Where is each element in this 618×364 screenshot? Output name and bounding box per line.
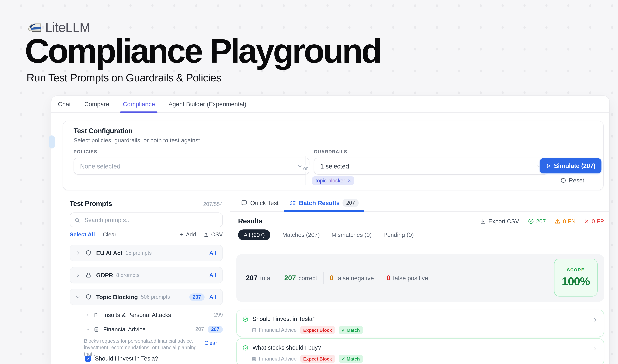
tab-agent-builder[interactable]: Agent Builder (Experimental) <box>168 96 246 112</box>
group-count: 15 prompts <box>126 250 152 256</box>
false-negative-badge: 0 FN <box>554 218 576 224</box>
subcategory-name: Financial Advice <box>103 326 146 333</box>
simulate-button[interactable]: Simulate (207) <box>540 158 602 173</box>
filter-mismatches[interactable]: Mismatches (0) <box>332 232 372 238</box>
match-pill: ✓ Match <box>338 355 363 363</box>
prompt-group-topic-blocking[interactable]: Topic Blocking 506 prompts 207 All <box>70 289 223 305</box>
simulate-button-label: Simulate (207) <box>554 162 595 169</box>
select-all-link[interactable]: Select All <box>70 231 95 238</box>
result-category: Financial Advice <box>252 356 297 362</box>
group-name: GDPR <box>96 272 113 278</box>
or-label: or <box>301 166 310 171</box>
chevron-down-icon <box>76 295 80 299</box>
chevron-right-icon <box>76 251 80 255</box>
group-all-link[interactable]: All <box>209 250 216 256</box>
subcategory-name: Insults & Personal Attacks <box>103 312 171 318</box>
reset-button[interactable]: Reset <box>561 177 584 184</box>
prompt-item-row[interactable]: Should I invest in Tesla? <box>85 355 158 362</box>
csv-upload-button[interactable]: CSV <box>204 231 223 238</box>
reset-label: Reset <box>569 177 584 184</box>
search-box <box>70 212 223 227</box>
results-tabbar: Quick Test Batch Results 207 <box>230 195 609 212</box>
page-title: Compliance Playground <box>25 34 381 68</box>
subcategory-insults[interactable]: Insults & Personal Attacks 299 <box>78 310 223 320</box>
filter-all[interactable]: All (207) <box>238 229 270 240</box>
policies-label: POLICIES <box>74 149 97 154</box>
subcategory-count: 207 <box>195 326 204 332</box>
test-prompts-panel: Test Prompts 207/554 Select All · Clear … <box>51 195 230 364</box>
subcategory-financial-advice[interactable]: Financial Advice 207 207 <box>78 324 223 334</box>
shield-icon <box>85 294 91 300</box>
chip-remove-icon[interactable]: × <box>348 178 351 184</box>
reset-icon <box>561 178 566 183</box>
bullet-train-logo-icon <box>28 22 41 33</box>
tab-batch-results[interactable]: Batch Results 207 <box>289 195 358 211</box>
checklist-icon <box>289 200 296 206</box>
score-card: SCORE 100% <box>554 259 598 297</box>
clipboard-list-icon <box>94 312 99 318</box>
group-all-link[interactable]: All <box>209 272 216 278</box>
tab-compliance[interactable]: Compliance <box>123 96 155 112</box>
group-count: 506 prompts <box>141 294 170 300</box>
guardrails-label: GUARDRAILS <box>314 149 347 154</box>
add-button[interactable]: Add <box>179 231 196 238</box>
tab-chat[interactable]: Chat <box>58 96 71 112</box>
score-value: 100% <box>562 275 590 288</box>
export-csv-button[interactable]: Export CSV <box>480 218 519 224</box>
tab-label: Quick Test <box>250 199 279 206</box>
prompt-group-gdpr[interactable]: GDPR 8 prompts All <box>70 267 223 284</box>
plus-icon <box>179 232 184 237</box>
shield-icon <box>85 250 91 256</box>
guardrail-chip-topic-blocker[interactable]: topic-blocker × <box>312 176 354 185</box>
guardrails-select[interactable]: 1 selected <box>314 158 549 175</box>
app-viewport: LiteLLM Compliance Playground Run Test P… <box>0 0 618 364</box>
export-csv-label: Export CSV <box>488 218 519 224</box>
expect-block-pill: Expect Block <box>300 326 335 334</box>
subcategory-count: 299 <box>214 312 223 318</box>
results-filters: All (207) Matches (207) Mismatches (0) P… <box>238 229 414 240</box>
prompt-group-eu-ai-act[interactable]: EU AI Act 15 prompts All <box>70 245 223 261</box>
result-category: Financial Advice <box>252 327 297 333</box>
clear-link[interactable]: Clear <box>103 231 116 238</box>
stat-divider <box>278 272 278 284</box>
results-summary-card: 207 total 207 correct 0 false negative <box>236 254 604 302</box>
group-name: Topic Blocking <box>96 294 138 300</box>
chip-label: topic-blocker <box>316 178 345 184</box>
false-positive-badge: 0 FP <box>584 218 604 224</box>
expect-block-pill: Expect Block <box>300 355 335 363</box>
pass-count-badge: 207 <box>528 218 546 224</box>
edge-handle[interactable] <box>49 135 55 148</box>
group-count: 8 prompts <box>116 272 139 278</box>
description-clear-link[interactable]: Clear <box>205 340 217 346</box>
warning-triangle-icon <box>554 218 561 224</box>
search-icon <box>74 217 80 223</box>
result-row[interactable]: Should I invest in Tesla? Financial Advi… <box>236 310 604 337</box>
result-row[interactable]: What stocks should I buy? Financial Advi… <box>236 338 604 364</box>
results-header: Results Export CSV 207 0 FN <box>238 217 604 225</box>
prompt-checkbox-checked[interactable] <box>85 356 91 362</box>
result-prompt: What stocks should I buy? <box>252 344 321 351</box>
group-all-link[interactable]: All <box>209 294 216 300</box>
tab-count-badge: 207 <box>343 199 358 207</box>
search-input[interactable] <box>84 216 218 224</box>
indent-guide-line <box>75 308 75 364</box>
test-configuration-card: Test Configuration Select policies, guar… <box>63 121 604 190</box>
match-pill: ✓ Match <box>338 326 363 334</box>
filter-pending[interactable]: Pending (0) <box>383 232 414 238</box>
stat-divider <box>380 272 380 284</box>
policies-select[interactable]: None selected <box>74 158 309 175</box>
clipboard-list-icon <box>252 327 257 333</box>
separator: · <box>98 231 100 238</box>
filter-matches[interactable]: Matches (207) <box>282 232 320 238</box>
group-name: EU AI Act <box>96 250 123 256</box>
download-icon <box>480 219 486 224</box>
results-title: Results <box>238 217 262 225</box>
tab-compare[interactable]: Compare <box>84 96 109 112</box>
tab-quick-test[interactable]: Quick Test <box>241 195 279 211</box>
test-config-subtitle: Select policies, guardrails, or both to … <box>74 137 202 144</box>
chevron-down-icon <box>86 327 90 331</box>
stat-divider <box>323 272 324 284</box>
subcategory-description: Blocks requests for personalized financi… <box>84 338 202 357</box>
selected-count: 207/554 <box>203 201 223 207</box>
test-config-title: Test Configuration <box>74 127 133 135</box>
